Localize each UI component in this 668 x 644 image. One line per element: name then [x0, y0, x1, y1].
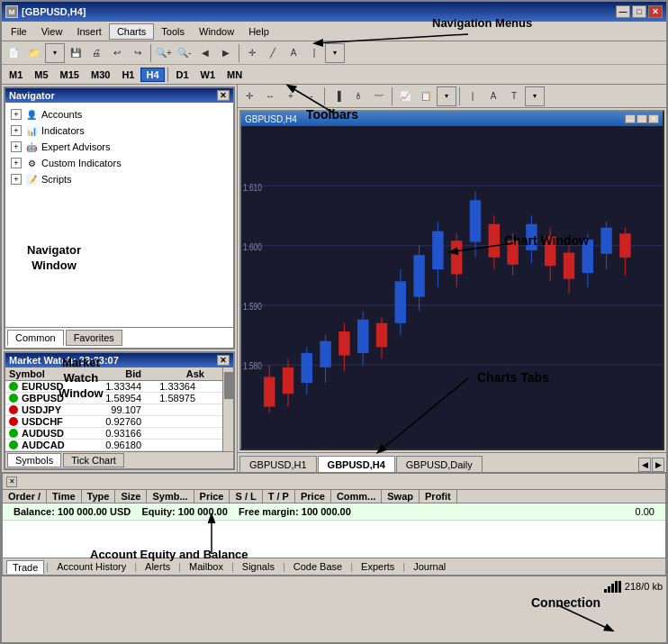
nav-item-scripts[interactable]: + 📝 Scripts	[7, 171, 231, 187]
term-tab-signals[interactable]: Signals	[236, 559, 281, 574]
term-tab-journal[interactable]: Journal	[407, 559, 452, 574]
close-button[interactable]: ✕	[648, 5, 663, 18]
term-tab-mailbox[interactable]: Mailbox	[183, 559, 230, 574]
tb-undo[interactable]: ↩	[107, 43, 127, 63]
navigator-content: + 👤 Accounts + 📊 Indicators + 🤖 Expert A…	[5, 103, 233, 327]
tf-mn[interactable]: MN	[221, 68, 248, 82]
ct-zoomout[interactable]: -	[302, 86, 321, 106]
menu-view[interactable]: View	[34, 24, 70, 39]
maximize-button[interactable]: □	[632, 5, 646, 18]
inner-minimize-btn[interactable]: —	[625, 114, 636, 123]
tf-h1[interactable]: H1	[116, 68, 140, 82]
tb-save[interactable]: 💾	[66, 43, 86, 63]
tab-sep-1: |	[46, 561, 49, 572]
ct-dropdown[interactable]: ▾	[437, 86, 456, 106]
mw-row-usdjpy[interactable]: USDJPY 99.107	[5, 404, 222, 416]
nav-expand-custom[interactable]: +	[11, 158, 22, 168]
market-watch-close-button[interactable]: ✕	[217, 355, 230, 366]
nav-item-expert-advisors[interactable]: + 🤖 Expert Advisors	[7, 139, 231, 155]
inner-close-btn[interactable]: ✕	[648, 114, 659, 123]
chart-tab-next[interactable]: ▶	[652, 458, 664, 472]
mw-row-audcad[interactable]: AUDCAD 0.96180	[5, 440, 222, 451]
col-comm: Comm...	[331, 490, 382, 503]
ct-candle[interactable]: 🕯	[348, 86, 368, 106]
tf-m1[interactable]: M1	[4, 68, 28, 82]
tf-m5[interactable]: M5	[29, 68, 53, 82]
svg-rect-34	[526, 224, 537, 250]
mw-row-usdchf[interactable]: USDCHF 0.92760	[5, 416, 222, 428]
menu-insert[interactable]: Insert	[69, 24, 109, 39]
nav-expand-accounts[interactable]: +	[11, 109, 22, 120]
term-tab-codebase[interactable]: Code Base	[287, 559, 348, 574]
chart-tab-gbpusd-h1[interactable]: GBPUSD,H1	[239, 456, 317, 472]
bar-5	[618, 581, 621, 593]
ct-bar[interactable]: ▐	[328, 86, 348, 106]
tf-h4[interactable]: H4	[140, 68, 164, 82]
ct-period-sep[interactable]: |	[463, 86, 483, 106]
nav-expand-scripts[interactable]: +	[11, 174, 22, 185]
ct-template[interactable]: 📋	[416, 86, 436, 106]
tb-scroll-left[interactable]: ◀	[195, 43, 215, 63]
nav-tab-favorites[interactable]: Favorites	[66, 330, 122, 346]
tf-m15[interactable]: M15	[55, 68, 85, 82]
ct-move[interactable]: ↔	[260, 86, 280, 106]
mw-dot-gbpusd	[9, 394, 18, 403]
tf-w1[interactable]: W1	[195, 68, 221, 82]
menu-file[interactable]: File	[4, 24, 34, 39]
tb-open-dropdown[interactable]: ▾	[45, 43, 65, 63]
tb-new-chart[interactable]: 📄	[4, 43, 23, 63]
nav-expand-indicators[interactable]: +	[11, 125, 22, 136]
ct-draw-dropdown[interactable]: ▾	[525, 86, 545, 106]
nav-tab-common[interactable]: Common	[7, 330, 64, 346]
mw-tab-tick-chart[interactable]: Tick Chart	[63, 453, 124, 467]
tb-zoom-in[interactable]: 🔍+	[154, 43, 174, 63]
nav-item-indicators[interactable]: + 📊 Indicators	[7, 122, 231, 139]
tb-line[interactable]: ╱	[263, 43, 283, 63]
minimize-button[interactable]: —	[616, 5, 630, 18]
nav-item-accounts[interactable]: + 👤 Accounts	[7, 106, 231, 122]
mw-row-audusd[interactable]: AUDUSD 0.93166	[5, 428, 222, 440]
term-tab-alerts[interactable]: Alerts	[139, 559, 176, 574]
mw-row-eurusd[interactable]: EURUSD 1.33344 1.33364	[5, 381, 222, 393]
tb-text[interactable]: A	[284, 43, 303, 63]
term-tab-experts[interactable]: Experts	[355, 559, 401, 574]
term-tab-trade[interactable]: Trade	[6, 560, 44, 574]
ct-crosshair[interactable]: ✛	[239, 86, 259, 106]
menu-charts[interactable]: Charts	[109, 23, 154, 40]
navigator-window: Navigator ✕ + 👤 Accounts + 📊 Indicators	[4, 86, 235, 349]
tb-tools-dropdown[interactable]: ▾	[325, 43, 345, 63]
ct-line[interactable]: 〰	[369, 86, 389, 106]
tb-print[interactable]: 🖨	[86, 43, 106, 63]
ct-T[interactable]: T	[504, 86, 524, 106]
tb-scroll-right[interactable]: ▶	[216, 43, 236, 63]
nav-expand-expert[interactable]: +	[11, 141, 22, 152]
terminal-close-btn[interactable]: ✕	[6, 476, 17, 487]
tb-crosshair[interactable]: ✛	[242, 43, 262, 63]
ct-A[interactable]: A	[483, 86, 503, 106]
mw-symbol-usdchf: USDCHF	[22, 416, 86, 427]
tf-m30[interactable]: M30	[86, 68, 115, 82]
chart-tab-prev[interactable]: ◀	[638, 458, 651, 472]
mw-tab-symbols[interactable]: Symbols	[7, 453, 61, 467]
svg-rect-42	[600, 228, 611, 254]
inner-maximize-btn[interactable]: □	[636, 114, 647, 123]
tb-zoom-out[interactable]: 🔍-	[175, 43, 194, 63]
tb-period-sep[interactable]: |	[304, 43, 324, 63]
market-watch-scrollbar[interactable]	[222, 367, 233, 451]
col-symbol: Symbol	[5, 367, 82, 380]
menu-help[interactable]: Help	[241, 24, 276, 39]
term-tab-account-history[interactable]: Account History	[50, 559, 132, 574]
menu-window[interactable]: Window	[192, 24, 241, 39]
chart-tab-gbpusd-daily[interactable]: GBPUSD,Daily	[396, 456, 483, 472]
mw-row-gbpusd[interactable]: GBPUSD 1.58954 1.58975	[5, 393, 222, 404]
ct-indicator[interactable]: 📈	[395, 86, 415, 106]
svg-rect-14	[339, 331, 349, 356]
nav-item-custom-indicators[interactable]: + ⚙ Custom Indicators	[7, 155, 231, 171]
tf-d1[interactable]: D1	[171, 68, 194, 82]
menu-tools[interactable]: Tools	[154, 24, 192, 39]
ct-zoomin[interactable]: +	[281, 86, 301, 106]
tb-open[interactable]: 📁	[24, 43, 44, 63]
tb-redo[interactable]: ↪	[128, 43, 148, 63]
chart-tab-gbpusd-h4[interactable]: GBPUSD,H4	[318, 456, 395, 472]
navigator-close-button[interactable]: ✕	[217, 90, 230, 101]
